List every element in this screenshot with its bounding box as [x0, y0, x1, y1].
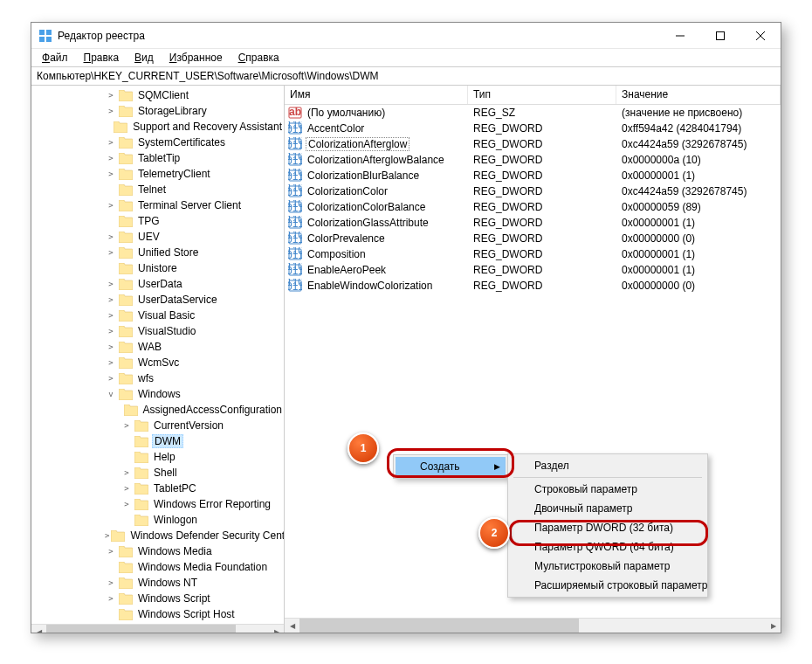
context-menu-create[interactable]: Создать ▶	[396, 457, 506, 476]
list-row[interactable]: 110011ColorizationAfterglowREG_DWORD0xc4…	[285, 136, 781, 152]
maximize-button[interactable]	[700, 23, 740, 49]
menu-help[interactable]: Справка	[231, 50, 286, 66]
expand-icon[interactable]	[120, 482, 133, 495]
expand-icon[interactable]	[105, 199, 117, 211]
expand-icon[interactable]	[105, 529, 109, 542]
tree-item[interactable]: TelemetryClient	[31, 166, 284, 182]
tree-item[interactable]: Windows NT	[31, 575, 284, 591]
close-button[interactable]	[740, 23, 781, 49]
expand-icon[interactable]	[105, 105, 117, 117]
tree-item[interactable]: Windows Script	[31, 591, 284, 606]
tree-item[interactable]: VisualStudio	[31, 323, 284, 339]
expand-icon[interactable]	[120, 419, 133, 432]
menu-file[interactable]: Файл	[35, 50, 75, 66]
tree-item[interactable]: Unified Store	[31, 245, 284, 260]
tree-item-label: Windows Defender Security Center	[128, 529, 285, 542]
tree-item[interactable]: Help	[31, 449, 284, 465]
expand-icon[interactable]	[105, 325, 117, 337]
list-row[interactable]: 110011ColorizationAfterglowBalanceREG_DW…	[285, 152, 781, 168]
submenu-expandstring[interactable]: Расширяемый строковый параметр	[510, 576, 705, 595]
scroll-right-icon[interactable]: ▶	[269, 625, 284, 633]
list-row[interactable]: 110011ColorizationGlassAttributeREG_DWOR…	[285, 215, 781, 231]
expand-icon[interactable]	[105, 278, 117, 290]
list-row[interactable]: 110011ColorizationBlurBalanceREG_DWORD0x…	[285, 168, 781, 183]
tree-item[interactable]: wfs	[31, 370, 284, 386]
tree-item-label: Windows NT	[136, 577, 199, 589]
minimize-button[interactable]	[660, 23, 700, 49]
expand-icon[interactable]	[105, 294, 117, 306]
tree-item[interactable]: Windows Script Host	[31, 606, 284, 622]
list-row[interactable]: 110011ColorizationColorREG_DWORD0xc4424a…	[285, 183, 781, 199]
tree-item[interactable]: UserDataService	[31, 292, 284, 308]
tree-item[interactable]: UEV	[31, 229, 284, 245]
expand-icon[interactable]	[105, 136, 117, 149]
tree-panel[interactable]: SQMClientStorageLibrarySupport and Recov…	[31, 86, 285, 633]
list-row[interactable]: 110011AccentColorREG_DWORD0xff594a42 (42…	[285, 121, 781, 136]
tree-item[interactable]: WAB	[31, 339, 284, 355]
list-row[interactable]: 110011CompositionREG_DWORD0x00000001 (1)	[285, 246, 781, 262]
tree-item[interactable]: Shell	[31, 465, 284, 481]
tree-item[interactable]: Windows Error Reporting	[31, 496, 284, 512]
tree-item[interactable]: Windows Media Foundation	[31, 559, 284, 575]
expand-icon[interactable]	[105, 592, 117, 605]
menu-view[interactable]: Вид	[127, 50, 161, 66]
list-row[interactable]: 110011EnableAeroPeekREG_DWORD0x00000001 …	[285, 262, 781, 278]
tree-item[interactable]: Windows Media	[31, 543, 284, 559]
expand-icon[interactable]	[105, 89, 117, 101]
submenu-qword[interactable]: Параметр QWORD (64 бита)	[510, 537, 705, 557]
tree-item[interactable]: CurrentVersion	[31, 418, 284, 433]
tree-item[interactable]: WcmSvc	[31, 355, 284, 370]
tree-hscroll[interactable]: ◀ ▶	[31, 624, 284, 633]
submenu-multistring[interactable]: Мультистроковый параметр	[510, 557, 705, 576]
list-row[interactable]: ab(По умолчанию)REG_SZ(значение не присв…	[285, 105, 781, 121]
list-hscroll[interactable]: ◀ ▶	[285, 618, 781, 633]
list-row[interactable]: 110011ColorizationColorBalanceREG_DWORD0…	[285, 199, 781, 215]
expand-icon[interactable]	[105, 356, 117, 369]
expand-icon[interactable]	[105, 246, 117, 259]
scroll-left-icon[interactable]: ◀	[285, 619, 299, 633]
tree-item[interactable]: TabletPC	[31, 481, 284, 496]
tree-item[interactable]: TabletTip	[31, 150, 284, 166]
expand-icon[interactable]	[120, 498, 133, 510]
col-header-value[interactable]: Значение	[616, 86, 781, 104]
expand-icon[interactable]	[105, 545, 117, 557]
tree-item[interactable]: DWM	[31, 433, 284, 449]
tree-item[interactable]: Terminal Server Client	[31, 197, 284, 213]
scroll-right-icon[interactable]: ▶	[766, 619, 781, 633]
expand-icon[interactable]	[105, 577, 117, 589]
create-submenu: Раздел Строковый параметр Двоичный парам…	[507, 453, 708, 598]
submenu-string[interactable]: Строковый параметр	[510, 480, 705, 499]
addressbar[interactable]: Компьютер\HKEY_CURRENT_USER\Software\Mic…	[31, 66, 781, 86]
tree-item[interactable]: SystemCertificates	[31, 135, 284, 150]
expand-icon[interactable]	[105, 152, 117, 164]
tree-item[interactable]: Support and Recovery Assistant	[31, 119, 284, 135]
scroll-left-icon[interactable]: ◀	[31, 625, 46, 633]
tree-item[interactable]: Windows	[31, 386, 284, 402]
expand-icon[interactable]	[105, 388, 117, 400]
tree-item[interactable]: Telnet	[31, 182, 284, 197]
tree-item[interactable]: Visual Basic	[31, 308, 284, 323]
expand-icon[interactable]	[105, 231, 117, 243]
tree-item[interactable]: SQMClient	[31, 87, 284, 103]
expand-icon[interactable]	[120, 467, 133, 479]
submenu-dword[interactable]: Параметр DWORD (32 бита)	[510, 518, 705, 537]
tree-item[interactable]: TPG	[31, 213, 284, 229]
tree-item[interactable]: StorageLibrary	[31, 103, 284, 119]
menu-edit[interactable]: Правка	[77, 50, 127, 66]
col-header-type[interactable]: Тип	[468, 86, 616, 104]
tree-item[interactable]: Unistore	[31, 260, 284, 276]
expand-icon[interactable]	[105, 341, 117, 353]
tree-item[interactable]: AssignedAccessConfiguration	[31, 402, 284, 418]
tree-item[interactable]: UserData	[31, 276, 284, 292]
submenu-binary[interactable]: Двоичный параметр	[510, 499, 705, 518]
submenu-section[interactable]: Раздел	[510, 456, 705, 475]
tree-item[interactable]: Winlogon	[31, 512, 284, 528]
menu-favorites[interactable]: Избранное	[162, 50, 230, 66]
col-header-name[interactable]: Имя	[285, 86, 468, 104]
expand-icon[interactable]	[105, 372, 117, 384]
list-row[interactable]: 110011ColorPrevalenceREG_DWORD0x00000000…	[285, 231, 781, 246]
expand-icon[interactable]	[105, 168, 117, 180]
tree-item[interactable]: Windows Defender Security Center	[31, 528, 284, 543]
list-row[interactable]: 110011EnableWindowColorizationREG_DWORD0…	[285, 278, 781, 294]
expand-icon[interactable]	[105, 309, 117, 322]
